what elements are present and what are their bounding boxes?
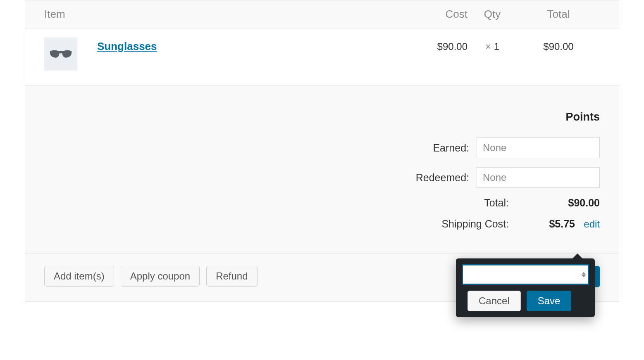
col-header-total: Total: [517, 8, 600, 21]
line-qty: × 1: [467, 38, 517, 52]
points-earned-row: Earned: None: [44, 137, 600, 158]
col-header-item: Item: [44, 8, 401, 21]
edit-shipping-link[interactable]: edit: [584, 218, 600, 230]
line-total: $90.00: [517, 38, 600, 52]
shipping-row: Shipping Cost: $5.75 edit: [44, 218, 600, 230]
cancel-button[interactable]: Cancel: [467, 291, 521, 311]
number-spinner[interactable]: [582, 272, 586, 277]
sunglasses-icon: [49, 48, 72, 60]
spinner-down-icon[interactable]: [582, 275, 586, 277]
redeemed-label: Redeemed:: [416, 172, 469, 184]
line-cost: $90.00: [401, 38, 467, 52]
total-label: Total:: [385, 197, 509, 209]
refund-button[interactable]: Refund: [206, 266, 257, 287]
col-header-qty: Qty: [467, 8, 517, 21]
earned-input[interactable]: None: [477, 137, 600, 158]
shipping-value: $5.75: [509, 218, 575, 230]
shipping-cost-input[interactable]: [468, 265, 582, 284]
table-header: Item Cost Qty Total: [25, 0, 619, 28]
apply-coupon-button[interactable]: Apply coupon: [121, 266, 200, 287]
col-header-cost: Cost: [401, 8, 467, 21]
total-value: $90.00: [509, 197, 600, 209]
points-redeemed-row: Redeemed: None: [44, 167, 600, 188]
earned-label: Earned:: [433, 142, 469, 154]
total-row: Total: $90.00: [44, 197, 600, 209]
add-item-button[interactable]: Add item(s): [44, 266, 114, 287]
shipping-label: Shipping Cost:: [385, 218, 509, 230]
edit-shipping-popover: Cancel Save: [456, 258, 595, 317]
redeemed-input[interactable]: None: [477, 167, 600, 188]
product-thumbnail[interactable]: [44, 38, 77, 71]
table-row: Sunglasses $90.00 × 1 $90.00: [25, 28, 619, 86]
points-heading: Points: [44, 111, 600, 123]
shipping-cost-input-wrap[interactable]: [462, 264, 589, 285]
spinner-up-icon[interactable]: [582, 272, 586, 275]
product-link[interactable]: Sunglasses: [97, 40, 157, 53]
save-button[interactable]: Save: [527, 291, 572, 311]
summary-section: Points Earned: None Redeemed: None Total…: [25, 86, 619, 253]
order-items-panel: Item Cost Qty Total Sunglasses $90.00 × …: [25, 0, 619, 302]
